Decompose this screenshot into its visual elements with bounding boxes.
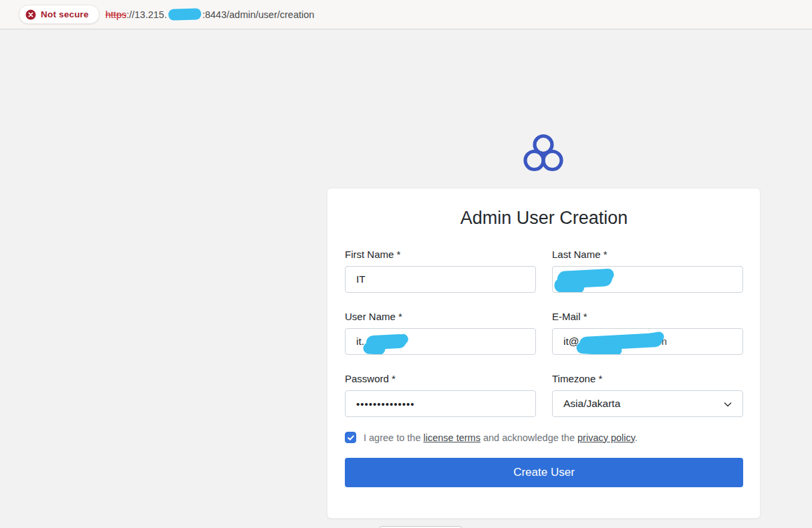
url-text[interactable]: https://13.215.:8443/admin/user/creation [106, 9, 315, 20]
checkmark-icon [347, 434, 355, 442]
timezone-field: Timezone * Asia/Jakarta [552, 373, 743, 417]
agreement-text-middle: and acknowledge the [481, 432, 577, 443]
chevron-down-icon [722, 399, 733, 412]
password-label: Password * [345, 373, 536, 385]
user-creation-form: First Name * IT Last Name * User Name * … [345, 249, 743, 417]
timezone-select[interactable]: Asia/Jakarta [552, 390, 743, 417]
user-name-input[interactable]: it. [345, 328, 536, 355]
admin-user-creation-card: Admin User Creation First Name * IT Last… [327, 188, 761, 519]
timezone-value: Asia/Jakarta [563, 398, 620, 410]
user-name-label: User Name * [345, 311, 536, 323]
not-secure-icon [25, 9, 36, 20]
browser-url-bar[interactable]: Not secure https://13.215.:8443/admin/us… [0, 0, 812, 29]
email-field: E-Mail * it@ m [552, 311, 743, 355]
page-title: Admin User Creation [345, 207, 743, 229]
agreement-row: I agree to the license terms and acknowl… [345, 432, 743, 443]
security-badge-label: Not secure [41, 9, 89, 19]
security-badge[interactable]: Not secure [19, 5, 100, 24]
first-name-label: First Name * [345, 249, 536, 261]
last-name-input[interactable] [552, 266, 743, 293]
cloud-logo-icon [522, 133, 565, 175]
url-port-path: :8443/admin/user/creation [202, 9, 315, 20]
first-name-input[interactable]: IT [345, 266, 536, 293]
license-terms-link[interactable]: license terms [423, 432, 480, 443]
privacy-policy-link[interactable]: privacy policy [577, 432, 635, 443]
agreement-text: I agree to the license terms and acknowl… [364, 432, 638, 443]
password-input[interactable]: •••••••••••••• [345, 390, 536, 417]
password-field: Password * •••••••••••••• [345, 373, 536, 417]
create-user-button[interactable]: Create User [345, 458, 743, 487]
first-name-value: IT [356, 273, 366, 285]
url-host: ://13.215. [126, 9, 166, 20]
user-name-field: User Name * it. [345, 311, 536, 355]
last-name-label: Last Name * [552, 249, 743, 261]
timezone-label: Timezone * [552, 373, 743, 385]
last-name-field: Last Name * [552, 249, 743, 293]
email-input[interactable]: it@ m [552, 328, 743, 355]
url-scheme: https [106, 9, 126, 20]
admin-user-creation-page: { "colors": { "accent_blue": "#2f6fd9", … [0, 0, 812, 528]
first-name-field: First Name * IT [345, 249, 536, 293]
agreement-text-after: . [635, 432, 638, 443]
agreement-checkbox[interactable] [345, 432, 356, 443]
redaction-scribble-email [579, 333, 663, 351]
redaction-scribble-user-name [366, 334, 406, 350]
redaction-scribble-last-name [557, 269, 612, 289]
redaction-scribble-url [168, 8, 201, 21]
email-label: E-Mail * [552, 311, 743, 323]
agreement-text-before: I agree to the [364, 432, 423, 443]
password-value: •••••••••••••• [356, 398, 415, 410]
